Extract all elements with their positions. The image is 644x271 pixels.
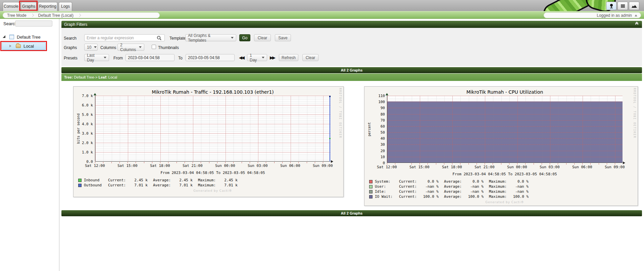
legend-swatch-outbound [78, 184, 82, 187]
time-range-label: From 2023-03-04 04:58:05 To 2023-03-05 0… [95, 171, 331, 175]
template-select[interactable]: All Graphs & Templates [185, 34, 236, 41]
tree-value: Default Tree-> [74, 75, 97, 79]
legend-stat-value: 7.01 k [129, 183, 148, 187]
graph-title: MikroTik Rumah - CPU Utilization [387, 89, 623, 95]
inbound-spike-mark [329, 138, 331, 139]
graph-filters-header[interactable]: Graph Filters [61, 21, 642, 28]
logged-in-menu[interactable]: Logged in as admin [544, 12, 641, 18]
list-view-icon [620, 3, 626, 9]
legend-series-name: User: [375, 184, 399, 189]
chevron-right-icon [78, 14, 81, 17]
filter-search-input[interactable] [84, 34, 165, 41]
y-tick-label: 40 [369, 136, 385, 141]
presets-select[interactable]: Last Day [84, 54, 109, 61]
legend-stat-value: 0.0 % [510, 179, 529, 184]
logged-in-label: Logged in as admin [597, 13, 632, 18]
x-tick-label: Sun 09:00 [313, 164, 333, 168]
caret-down-icon [94, 46, 97, 48]
legend-stat-key: Current: [108, 178, 129, 182]
y-tick-label: 3.0 k [77, 131, 93, 136]
from-date-input[interactable] [126, 54, 175, 61]
legend-row: Idle:Current:-nan %Average:-nan %Maximum… [369, 189, 534, 194]
graph-title: MikroTik Rumah - Traffic - 192.168.100.1… [95, 89, 331, 95]
y-tick-label: 20 [369, 149, 385, 153]
legend-stat-key: Current: [108, 183, 129, 187]
legend-series-name: Outbound [84, 183, 108, 187]
chevron-right-icon [31, 14, 34, 17]
sidebar-item-default-tree[interactable]: Default Tree [17, 35, 41, 40]
legend-stat-key: Average: [153, 178, 174, 182]
thumbnails-label: Thumbnails [158, 45, 179, 50]
legend-stat-value: -nan % [465, 184, 484, 189]
x-tick-label: Sat 18:00 [442, 165, 462, 169]
x-axis-ticks [95, 162, 331, 163]
thumbnails-checkbox[interactable] [152, 45, 156, 49]
leaf-value: Local [108, 75, 117, 79]
x-tick-label: Sun 09:00 [605, 165, 625, 169]
tab-logs[interactable]: Logs [59, 2, 72, 11]
rrdtool-side-label: RRDTOOL / TOBI OETIKER [339, 88, 342, 138]
legend-row: System:Current:0.0 %Average:0.0 %Maximum… [369, 179, 534, 184]
traffic-graph-panel[interactable]: MikroTik Rumah - Traffic - 192.168.100.1… [73, 86, 344, 197]
grid-lines [95, 96, 331, 161]
x-axis-ticks [387, 163, 623, 165]
plot-area [95, 96, 331, 162]
legend-stat-key: Average: [153, 183, 174, 187]
legend-stat-value: 2.45 k [129, 178, 148, 182]
cpu-graph-panel[interactable]: MikroTik Rumah - CPU Utilizationpercent1… [364, 86, 638, 206]
legend-stat-key: Average: [444, 184, 465, 189]
y-tick-label: 90 [369, 106, 385, 110]
breadcrumb-item-tree-mode[interactable]: Tree Mode [7, 13, 27, 18]
y-axis-arrow-icon [94, 93, 96, 95]
legend-row: OutboundCurrent:7.01 kAverage:7.01 kMaxi… [78, 183, 243, 187]
x-tick-label: Sun 00:00 [215, 164, 235, 168]
y-axis-label: bits per second [77, 114, 80, 144]
save-button[interactable]: Save [275, 34, 291, 41]
leaf-label: Leaf: [98, 75, 107, 79]
local-item-highlight [0, 41, 47, 51]
shift-forward-button[interactable]: ▶▶ [270, 55, 275, 60]
triangle-up-icon [635, 14, 637, 16]
y-tick-label: 30 [369, 142, 385, 147]
y-tick-label: 80 [369, 112, 385, 117]
legend-stat-value: -nan % [465, 189, 484, 194]
tree-view-button[interactable] [606, 2, 616, 10]
refresh-button[interactable]: Refresh [279, 54, 298, 61]
clear-button[interactable]: Clear [254, 34, 271, 41]
columns-label: Columns [100, 45, 116, 50]
legend-stat-value: 7.01 k [219, 183, 238, 187]
x-tick-label: Sat 12:00 [85, 164, 105, 168]
legend-stat-value: 0.0 % [420, 179, 439, 184]
legend-stat-key: Maximum: [489, 189, 510, 194]
top-tab-bar: Console Graphs Reporting Logs [0, 0, 644, 11]
legend-stat-value: -nan % [510, 184, 529, 189]
legend-stat-key: Current: [399, 179, 420, 184]
collapse-chevrons-icon[interactable] [636, 22, 638, 26]
tree-label: Tree: [64, 75, 73, 79]
tab-reporting[interactable]: Reporting [38, 2, 57, 11]
shift-back-button[interactable]: ◀◀ [239, 55, 244, 60]
all-graphs-bar-top: All 2 Graphs [61, 67, 642, 73]
preview-view-button[interactable] [629, 2, 639, 10]
tab-console[interactable]: Console [3, 2, 19, 11]
legend-stat-key: Average: [444, 179, 465, 184]
breadcrumb-item-default-tree[interactable]: Default Tree (Local) [38, 13, 73, 18]
legend-stat-key: Maximum: [489, 179, 510, 184]
legend-row: IO Wait:Current:100.0 %Average:100.0 %Ma… [369, 194, 534, 199]
legend-stat-value: 2.45 k [219, 178, 238, 182]
columns-select[interactable]: 2 Columns [117, 44, 144, 51]
legend-stat-key: Maximum: [489, 184, 510, 189]
sidebar-search-input[interactable] [15, 20, 52, 27]
list-view-button[interactable] [617, 2, 628, 10]
clear-dates-button[interactable]: Clear [302, 54, 318, 61]
interval-select[interactable]: 1 Day [247, 54, 267, 61]
preview-view-icon [631, 3, 637, 9]
y-tick-label: 4.0 k [77, 122, 93, 126]
template-label: Template [169, 36, 186, 41]
graphs-count-select[interactable]: 10 [84, 44, 98, 51]
legend-stat-key: Current: [399, 194, 420, 199]
to-date-input[interactable] [186, 54, 235, 61]
go-button[interactable]: Go [239, 34, 250, 41]
expand-open-icon[interactable] [3, 35, 5, 38]
graphs-count-label: Graphs [64, 45, 77, 50]
